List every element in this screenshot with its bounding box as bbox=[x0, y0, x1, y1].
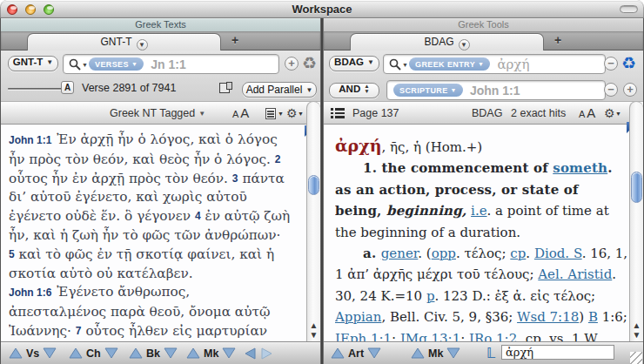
nav-down-triangle[interactable] bbox=[446, 347, 460, 359]
decrease-font-button[interactable]: A bbox=[232, 109, 238, 119]
left-search-field[interactable]: ▼ VERSES▼ Jn 1:1 bbox=[63, 54, 279, 74]
hyperlink[interactable]: gener bbox=[381, 246, 419, 261]
left-scope-capsule-label: VERSES bbox=[95, 60, 129, 69]
tab-bdag[interactable]: BDAG▼ bbox=[350, 33, 544, 51]
open-parallel-icon[interactable] bbox=[219, 82, 232, 94]
nav-down-triangle[interactable] bbox=[222, 347, 236, 359]
display-settings-icon[interactable] bbox=[265, 108, 276, 119]
toolbar-toggle-pill[interactable] bbox=[620, 5, 638, 13]
remove-criteria-button[interactable]: − bbox=[604, 83, 618, 97]
scroll-down-arrow-icon[interactable]: ▼ bbox=[310, 330, 319, 340]
left-content-area[interactable]: John 1:1Ἐν ἀρχῇ ἦν ὁ λόγος, καὶ ὁ λόγος … bbox=[1, 125, 320, 341]
increase-font-button[interactable]: A bbox=[240, 105, 249, 120]
search-icon[interactable] bbox=[389, 58, 401, 71]
add-search-row-button[interactable]: + bbox=[285, 57, 299, 71]
left-scroll-thumb[interactable] bbox=[308, 175, 319, 195]
right-scroll-thumb[interactable] bbox=[631, 172, 642, 203]
left-zone-title: Greek Texts bbox=[1, 18, 320, 31]
gear-icon[interactable]: ⚙ bbox=[286, 102, 298, 125]
hyperlink[interactable]: Diod. S bbox=[534, 246, 582, 261]
decrease-font-button[interactable]: A bbox=[579, 109, 585, 119]
update-recycle-icon[interactable]: ♻ bbox=[302, 55, 317, 71]
nav-up-triangle[interactable] bbox=[9, 347, 23, 359]
gear-icon[interactable]: ⚙ bbox=[604, 102, 615, 125]
left-scope-capsule[interactable]: VERSES▼ bbox=[89, 57, 144, 71]
update-recycle-icon[interactable]: ♻ bbox=[621, 55, 636, 71]
search-options-chevron-icon[interactable]: ▼ bbox=[82, 62, 88, 68]
scroll-up-arrow-icon[interactable]: ▲ bbox=[633, 320, 641, 330]
hyperlink[interactable]: Wsd 7:18 bbox=[517, 309, 579, 325]
nav-up-triangle[interactable] bbox=[129, 347, 143, 359]
hyperlink[interactable]: Ael. Aristid bbox=[538, 266, 612, 282]
history-back-icon[interactable] bbox=[245, 347, 256, 360]
tab-dropdown-icon[interactable]: ▼ bbox=[459, 39, 470, 51]
hyperlink[interactable]: B bbox=[588, 309, 598, 325]
text-size-slider-track[interactable] bbox=[8, 88, 63, 90]
tab-dropdown-icon[interactable]: ▼ bbox=[137, 39, 148, 51]
hyperlink[interactable]: IEph 1:1 bbox=[335, 331, 392, 341]
title-bar[interactable]: Workspace bbox=[0, 0, 644, 18]
search-options-chevron-icon[interactable]: ▼ bbox=[402, 62, 408, 68]
lookup-input[interactable]: ἀρχή bbox=[501, 345, 614, 360]
chevron-down-icon: ▼ bbox=[278, 102, 284, 125]
left-new-tab-button[interactable]: + bbox=[227, 32, 243, 49]
nav-down-triangle[interactable] bbox=[43, 347, 57, 359]
left-search-value[interactable]: Jn 1:1 bbox=[151, 57, 185, 71]
left-module-button[interactable]: GNT-T▼ bbox=[8, 56, 58, 71]
hyperlink[interactable]: cp bbox=[510, 246, 526, 261]
hyperlink[interactable]: Appian bbox=[335, 309, 381, 325]
scripture-capsule[interactable]: SCRIPTURE▼ bbox=[393, 84, 463, 97]
browser-list-icon[interactable] bbox=[331, 107, 345, 119]
nav-down-triangle[interactable] bbox=[104, 347, 118, 359]
right-scope-capsule[interactable]: GREEK ENTRY▼ bbox=[409, 57, 490, 71]
add-parallel-button[interactable]: Add Parallel▼ bbox=[242, 82, 317, 98]
window-resize-grip[interactable] bbox=[630, 352, 642, 364]
search-icon[interactable] bbox=[69, 58, 81, 71]
history-forward-icon[interactable] bbox=[261, 347, 272, 360]
nav-up-triangle[interactable] bbox=[331, 347, 345, 359]
remove-search-row-button[interactable]: − bbox=[604, 57, 618, 71]
verse-status-text: Verse 2891 of 7941 bbox=[82, 82, 176, 94]
hyperlink[interactable]: someth bbox=[553, 160, 607, 176]
left-scrollbar[interactable]: ▲▼ bbox=[306, 101, 320, 341]
hyperlink[interactable]: IRo 1:2 bbox=[469, 331, 517, 341]
right-search-field[interactable]: ▼ GREEK ENTRY▼ ἀρχή bbox=[383, 54, 606, 74]
hyperlink[interactable]: p bbox=[426, 288, 435, 304]
right-scroll-arrows[interactable]: ▲▼ bbox=[630, 320, 643, 340]
nav-up-triangle[interactable] bbox=[69, 347, 83, 359]
right-module-button[interactable]: BDAG▼ bbox=[329, 56, 379, 71]
verse-paragraph[interactable]: John 1:1Ἐν ἀρχῇ ἦν ὁ λόγος, καὶ ὁ λόγος … bbox=[9, 131, 291, 283]
right-search-value[interactable]: ἀρχή bbox=[497, 57, 529, 72]
right-new-tab-button[interactable]: + bbox=[550, 32, 566, 49]
increase-font-button[interactable]: A bbox=[587, 105, 595, 120]
font-size-buttons: AA bbox=[579, 102, 595, 125]
scripture-field[interactable]: SCRIPTURE▼ John 1:1 bbox=[386, 80, 606, 100]
text-size-slider-thumb[interactable]: A bbox=[61, 81, 74, 94]
scripture-value[interactable]: John 1:1 bbox=[470, 84, 520, 98]
hyperlink[interactable]: i.e bbox=[471, 203, 486, 219]
entry-text-run: , ῆς, ἡ (Hom.+) bbox=[382, 139, 483, 155]
tab-gnt-t[interactable]: GNT-T▼ bbox=[27, 33, 221, 51]
operator-button-label: AND bbox=[339, 84, 360, 94]
left-bottom-bar: VsChBkMk bbox=[1, 341, 320, 364]
lookup-lemma-icon[interactable]: 𝕃 bbox=[486, 345, 495, 361]
left-scroll-arrows[interactable]: ▲▼ bbox=[307, 320, 320, 340]
nav-up-triangle[interactable] bbox=[411, 347, 425, 359]
hyperlink[interactable]: IMg 13:1 bbox=[400, 331, 460, 341]
scroll-up-arrow-icon[interactable]: ▲ bbox=[310, 320, 319, 330]
operator-button[interactable]: AND▲▼ bbox=[329, 83, 379, 98]
chevron-down-icon: ▼ bbox=[298, 102, 304, 125]
verse-paragraph[interactable]: John 1:6Ἐγένετο ἄνθρωπος, ἀπεσταλμένος π… bbox=[9, 283, 291, 340]
nav-up-triangle[interactable] bbox=[186, 347, 200, 359]
add-criteria-button[interactable]: + bbox=[623, 83, 637, 97]
verse-reference[interactable]: John 1:1 bbox=[9, 134, 57, 146]
entry-text-run: , cp. vs. 1 W bbox=[517, 331, 598, 341]
left-display-title[interactable]: Greek NT Tagged▼ bbox=[110, 102, 205, 125]
hyperlink[interactable]: opp bbox=[432, 246, 456, 261]
right-content-area[interactable]: ἀρχή, ῆς, ἡ (Hom.+)1. the commencement o… bbox=[324, 125, 643, 341]
nav-down-triangle[interactable] bbox=[164, 347, 178, 359]
verse-reference[interactable]: John 1:6 bbox=[9, 286, 57, 299]
nav-down-triangle[interactable] bbox=[367, 347, 381, 359]
right-scrollbar[interactable]: ▲▼ bbox=[629, 101, 643, 341]
scroll-down-arrow-icon[interactable]: ▼ bbox=[633, 330, 641, 340]
